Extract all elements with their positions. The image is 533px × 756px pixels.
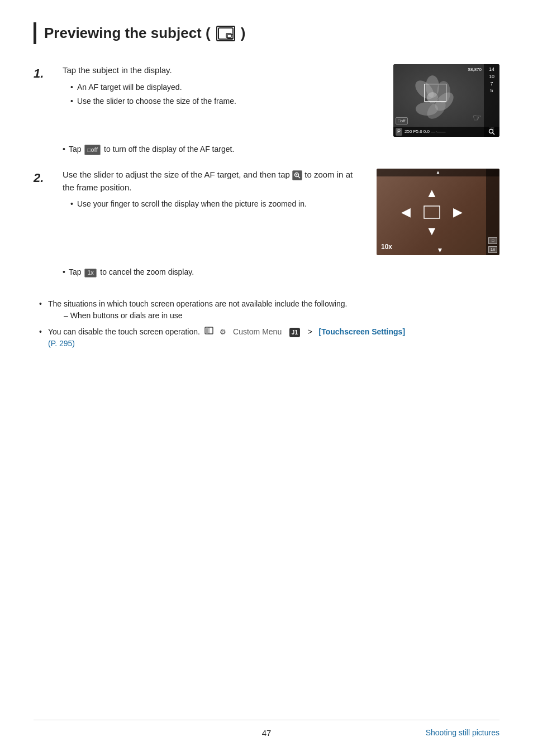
sub-bullet-dot-2: • [63, 266, 65, 278]
step-2-bullets: Use your finger to scroll the display wh… [63, 198, 365, 210]
title-suffix: ) [241, 22, 246, 44]
screen2-top-text: ▲ [436, 169, 440, 176]
screen1-bg: $8,870 14 10 7 5 3x □off ☞ [393, 64, 499, 137]
hand-icon: ☞ [473, 111, 482, 126]
ref-book-icon [204, 327, 213, 334]
sub-bullet-dot: • [63, 143, 65, 155]
note-1-sub: When buttons or dials are in use [48, 310, 499, 322]
screen2-sq-badge1: □ [488, 237, 497, 244]
notes-section: The situations in which touch screen ope… [34, 298, 499, 350]
zoom-arrows: ▲ ▼ ◀ ▶ [401, 187, 463, 237]
svg-rect-1 [226, 34, 231, 37]
arrow-down: ▼ [426, 225, 438, 237]
step-1: 1. Tap the subject in the display. An AF… [34, 64, 499, 155]
step-1-row: Tap the subject in the display. An AF ta… [63, 64, 499, 137]
title-icon [216, 26, 235, 41]
screen2-1x-badge: 1x [488, 246, 497, 253]
screen2-bg: ▲ ▲ ▼ ◀ ▶ [377, 169, 499, 255]
step-1-sub-text: Tap □off to turn off the display of the … [69, 143, 234, 155]
center-frame [423, 205, 440, 219]
step-2-number: 2. [34, 169, 51, 278]
step-2-sub-text: Tap 1x to cancel the zoom display. [69, 266, 194, 278]
screen2-topbar: ▲ [377, 169, 499, 176]
screen2-sidebar: □ 1x [486, 169, 499, 255]
step-1-bullets: An AF target will be displayed. Use the … [63, 82, 382, 107]
gear-icon: ⚙ [220, 328, 226, 336]
step-1-bullet-1: An AF target will be displayed. [70, 82, 382, 93]
step-2: 2. Use the slider to adjust the size of … [34, 169, 499, 278]
screen1-doff-badge: □off [396, 113, 408, 126]
sidebar-10: 10 [489, 74, 494, 80]
page-title: Previewing the subject ( ) [34, 22, 499, 44]
step-2-content: Use the slider to adjust the size of the… [63, 169, 499, 278]
screen1-sidebar: 14 10 7 5 3x [484, 64, 499, 137]
step-2-main: Use the slider to adjust the size of the… [63, 169, 365, 194]
screen1-top-value: $8,870 [468, 66, 482, 73]
svg-rect-15 [424, 206, 440, 218]
step-1-sub-bullet: • Tap □off to turn off the display of th… [63, 143, 499, 155]
step-2-row: Use the slider to adjust the size of the… [63, 169, 499, 255]
note-2-pre: You can disable the touch screen operati… [48, 327, 202, 336]
step-2-bullet-1: Use your finger to scroll the display wh… [70, 198, 365, 210]
screen2-10x: 10x [381, 242, 392, 252]
page-ref: (P. 295) [48, 339, 75, 348]
page-footer: 47 Shooting still pictures [34, 720, 499, 740]
touchscreen-settings-link[interactable]: [Touchscreen Settings] [319, 327, 406, 336]
svg-line-12 [298, 176, 301, 179]
sidebar-7: 7 [490, 81, 493, 87]
step-2-text-col: Use the slider to adjust the size of the… [63, 169, 365, 214]
arrow-up: ▲ [426, 187, 438, 199]
search-icon-screen1 [484, 127, 499, 137]
sidebar-14: 14 [489, 66, 494, 73]
note-1-text: The situations in which touch screen ope… [48, 299, 347, 308]
zoom-in-icon [292, 170, 302, 180]
note-1: The situations in which touch screen ope… [39, 298, 499, 322]
1x-inline-badge: 1x [84, 269, 97, 277]
svg-point-9 [489, 130, 493, 133]
footer-section-name: Shooting still pictures [426, 727, 499, 739]
arrow-left: ◀ [401, 206, 411, 218]
screen1-bottom: P 250 F5.6 0.0 —·—— [393, 127, 484, 137]
step-1-number: 1. [34, 64, 51, 155]
custom-menu-label: Custom Menu [233, 327, 282, 336]
screen2-bottom-arrow: ▼ [437, 245, 444, 255]
mode-p: P [396, 128, 402, 136]
step-1-main: Tap the subject in the display. [63, 64, 382, 77]
arrow-right: ▶ [453, 206, 463, 218]
j1-badge: J1 [289, 328, 300, 337]
doff-inline-badge: □off [84, 145, 101, 155]
title-text: Previewing the subject ( [44, 22, 211, 44]
arrow-gt: > [308, 327, 312, 336]
step-1-content: Tap the subject in the display. An AF ta… [63, 64, 499, 155]
note-1-sub-text: When buttons or dials are in use [70, 311, 183, 320]
sidebar-5: 5 [490, 88, 493, 94]
bottom-values: 250 F5.6 0.0 —·—— [404, 128, 445, 135]
step-1-bullet-2: Use the slider to choose the size of the… [70, 95, 382, 107]
camera-screen-2: ▲ ▲ ▼ ◀ ▶ [377, 169, 499, 255]
camera-screen-1: $8,870 14 10 7 5 3x □off ☞ [393, 64, 499, 137]
af-frame [424, 84, 446, 102]
svg-line-10 [493, 133, 495, 135]
note-2: You can disable the touch screen operati… [39, 326, 499, 350]
step-2-sub-bullet: • Tap 1x to cancel the zoom display. [63, 266, 499, 278]
step-1-text-col: Tap the subject in the display. An AF ta… [63, 64, 382, 112]
